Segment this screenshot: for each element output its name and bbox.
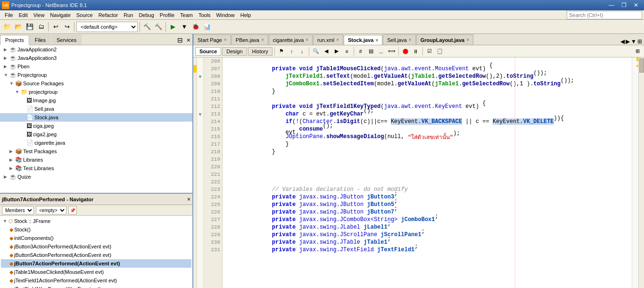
config-dropdown[interactable]: <default config> — [76, 22, 138, 32]
panel-close-button[interactable]: × — [185, 35, 192, 45]
maximize-button[interactable]: ❐ — [618, 0, 630, 10]
search-input[interactable] — [567, 11, 642, 19]
menu-debug[interactable]: Debug — [136, 11, 157, 19]
tab-files[interactable]: Files — [30, 34, 51, 45]
tab-close-icon[interactable]: × — [336, 37, 339, 42]
fold-212[interactable]: ▼ — [197, 110, 203, 118]
tree-item-projectgroup[interactable]: ▼ ☕ Projectgroup — [0, 71, 192, 79]
tab-grouplayout[interactable]: GroupLayout.java × — [416, 34, 473, 45]
navigator-pin-button[interactable]: 📌 — [68, 206, 77, 214]
tab-sell[interactable]: Sell.java × — [383, 34, 415, 45]
tab-scroll-left[interactable]: ◀ — [620, 38, 625, 45]
tab-stock[interactable]: Stock.java × — [344, 35, 382, 45]
tab-dropdown[interactable]: ▼ — [631, 38, 636, 45]
tree-item-java2[interactable]: ▶ ☕ JavaApplication3 — [0, 54, 192, 62]
menu-file[interactable]: File — [2, 11, 16, 19]
new-project-button[interactable]: 📁 — [2, 22, 12, 32]
menu-run[interactable]: Run — [121, 11, 136, 19]
tab-start-page[interactable]: Start Page × — [193, 34, 231, 45]
tree-item-stock[interactable]: 📄 Stock.java — [0, 113, 192, 122]
tab-services[interactable]: Services — [51, 34, 82, 45]
profile-button[interactable]: 📊 — [202, 22, 212, 32]
tab-scroll-right[interactable]: ▶ — [626, 38, 630, 45]
nav-item-stock-constructor[interactable]: ◆ Stock() — [1, 225, 191, 234]
tree-arrow[interactable]: ▶ — [4, 56, 9, 60]
history-tab-button[interactable]: History — [248, 47, 272, 56]
tree-arrow[interactable]: ▼ — [15, 90, 21, 94]
tasks-button[interactable]: ☑ — [425, 47, 434, 56]
run-to-cursor-button[interactable]: ⏸ — [411, 47, 421, 56]
properties-button[interactable]: 📋 — [435, 47, 445, 56]
tab-close-icon[interactable]: × — [261, 37, 264, 42]
stop-button[interactable]: ⬤ — [401, 47, 410, 56]
nav-item-jtable1[interactable]: ◆ jTable1MouseClicked(MouseEvent evt) — [1, 268, 191, 276]
tree-arrow[interactable]: ▶ — [4, 47, 9, 52]
tab-close-icon[interactable]: × — [466, 37, 469, 42]
tab-close-icon[interactable]: × — [305, 37, 308, 42]
tab-projects[interactable]: Projects — [0, 35, 29, 45]
diff-button[interactable]: ⟺ — [387, 47, 396, 56]
menu-source[interactable]: Source — [74, 11, 96, 19]
tree-item-pgpkg[interactable]: ▼ 📁 projectgroup — [0, 88, 192, 96]
tree-item-cigarette[interactable]: 📄 cigarette.java — [0, 139, 192, 147]
tree-arrow[interactable]: ▶ — [9, 166, 15, 171]
tree-item-sell[interactable]: 📄 Sell.java — [0, 105, 192, 113]
vertical-scrollbar[interactable] — [638, 58, 644, 288]
tab-cigarette[interactable]: cigarette.java × — [269, 34, 313, 45]
find-next-button[interactable]: ▶ — [332, 47, 341, 56]
tree-item-testlibraries[interactable]: ▶ 📚 Test Libraries — [0, 164, 192, 173]
build-button[interactable]: 🔨 — [142, 22, 152, 32]
nav-item-stock-frame[interactable]: ▼ ⬡ Stock :: JFrame — [1, 217, 191, 225]
menu-team[interactable]: Team — [177, 11, 196, 19]
redo-button[interactable]: ↪ — [62, 22, 72, 32]
code-content[interactable]: private void jTable1MouseClicked(java.aw… — [223, 58, 632, 288]
run-button[interactable]: ▶ — [168, 22, 178, 32]
minimize-button[interactable]: — — [605, 0, 618, 10]
navigator-members-dropdown[interactable]: Members — [2, 206, 34, 214]
navigator-close-button[interactable]: × — [187, 196, 190, 203]
tab-close-icon[interactable]: × — [224, 37, 227, 42]
next-bookmark-button[interactable]: ↓ — [297, 47, 307, 56]
tree-arrow[interactable]: ▼ — [3, 219, 8, 223]
menu-refactor[interactable]: Refactor — [96, 11, 121, 19]
navigator-empty-dropdown[interactable]: <empty> — [36, 206, 66, 214]
save-all-button[interactable]: 🗂 — [36, 22, 46, 32]
prev-bookmark-button[interactable]: ↑ — [287, 47, 297, 56]
nav-item-initcomponents[interactable]: ◆ initComponents() — [1, 234, 191, 242]
tree-arrow[interactable]: ▶ — [9, 157, 15, 162]
toggle-linenum-button[interactable]: # — [356, 47, 365, 56]
menu-edit[interactable]: Edit — [16, 11, 31, 19]
menu-view[interactable]: View — [31, 11, 48, 19]
tree-item-sourcepkg[interactable]: ▼ 📦 Source Packages — [0, 79, 192, 88]
menu-profile[interactable]: Profile — [157, 11, 177, 19]
toggle-whitespace-button[interactable]: ⎵ — [377, 47, 386, 56]
fold-207[interactable]: ▼ — [197, 73, 203, 80]
menu-navigate[interactable]: Navigate — [47, 11, 73, 19]
tree-item-java1[interactable]: ▶ ☕ JavaApplication2 — [0, 45, 192, 54]
fullscreen-button[interactable]: ⊞ — [633, 47, 642, 56]
tree-item-image[interactable]: 🖼 Image.jpg — [0, 96, 192, 105]
tab-pben[interactable]: PBen.java × — [231, 34, 268, 45]
tab-close-icon[interactable]: × — [409, 37, 412, 42]
panel-maximize-button[interactable]: ⊟ — [175, 35, 185, 45]
tree-item-ciga2[interactable]: 🖼 ciga2.jpeg — [0, 130, 192, 139]
save-button[interactable]: 💾 — [25, 22, 35, 32]
nav-item-jtextfield1key[interactable]: ◆ jTextField1KeyPressed(KeyEvent evt) — [1, 285, 191, 288]
tab-runxml[interactable]: run.xml × — [313, 34, 343, 45]
open-project-button[interactable]: 📂 — [13, 22, 24, 32]
tree-item-ciga[interactable]: 🖼 ciga.jpeg — [0, 122, 192, 130]
tree-arrow[interactable]: ▼ — [9, 81, 15, 86]
source-tab-button[interactable]: Source — [195, 47, 221, 56]
find-prev-button[interactable]: ◀ — [322, 47, 331, 56]
nav-item-jbutton3[interactable]: ◆ jButton3ActionPerformed(ActionEvent ev… — [1, 242, 191, 251]
undo-button[interactable]: ↩ — [50, 22, 61, 32]
tree-item-quize[interactable]: ▶ ☕ Quize — [0, 173, 192, 181]
tree-arrow[interactable]: ▶ — [4, 174, 9, 179]
clean-build-button[interactable]: 🔨 — [153, 22, 164, 32]
debug-button[interactable]: 🐞 — [190, 22, 201, 32]
menu-help[interactable]: Help — [238, 11, 254, 19]
toggle-fold-button[interactable]: ▤ — [366, 47, 376, 56]
scrollbar-thumb[interactable] — [639, 58, 644, 73]
design-tab-button[interactable]: Design — [222, 47, 247, 56]
title-bar-controls[interactable]: — ❐ ✕ — [605, 0, 642, 10]
